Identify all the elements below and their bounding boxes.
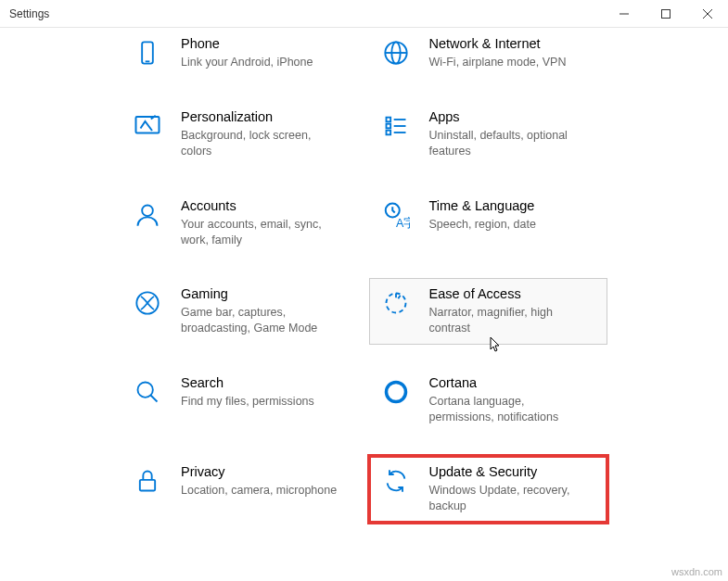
tile-personalization[interactable]: Personalization Background, lock screen,…: [121, 101, 360, 168]
settings-grid: Phone Link your Android, iPhone Network …: [121, 28, 607, 523]
tile-apps[interactable]: Apps Uninstall, defaults, optional featu…: [369, 101, 608, 168]
watermark: wsxdn.com: [671, 566, 722, 577]
cortana-icon: [379, 375, 413, 409]
svg-rect-12: [386, 131, 390, 135]
tile-title: Accounts: [181, 198, 343, 213]
tile-subtitle: Wi-Fi, airplane mode, VPN: [429, 55, 567, 70]
search-icon: [131, 375, 164, 409]
tile-update-security[interactable]: Update & Security Windows Update, recove…: [369, 456, 608, 523]
tile-subtitle: Windows Update, recovery, backup: [429, 483, 592, 514]
tile-title: Privacy: [181, 464, 337, 479]
svg-text:A字: A字: [396, 215, 410, 229]
tile-subtitle: Speech, region, date: [429, 217, 536, 233]
close-button[interactable]: [686, 0, 728, 28]
tile-title: Search: [181, 375, 314, 390]
tile-subtitle: Game bar, captures, broadcasting, Game M…: [181, 305, 343, 336]
tile-privacy[interactable]: Privacy Location, camera, microphone: [121, 456, 360, 523]
tile-phone[interactable]: Phone Link your Android, iPhone: [121, 28, 360, 79]
time-language-icon: A字: [379, 198, 413, 232]
mouse-cursor-icon: [489, 336, 502, 357]
tile-subtitle: Uninstall, defaults, optional features: [429, 128, 592, 159]
tile-subtitle: Find my files, permissions: [181, 394, 314, 410]
tile-title: Phone: [181, 36, 313, 51]
xbox-icon: [131, 286, 164, 320]
tile-subtitle: Link your Android, iPhone: [181, 55, 313, 70]
tile-subtitle: Background, lock screen, colors: [181, 128, 343, 159]
tile-title: Apps: [429, 109, 592, 124]
settings-content: Phone Link your Android, iPhone Network …: [0, 28, 728, 541]
tile-title: Gaming: [181, 286, 343, 301]
minimize-button[interactable]: [603, 0, 645, 28]
list-icon: [379, 109, 413, 143]
svg-point-16: [142, 205, 153, 216]
tile-subtitle: Narrator, magnifier, high contrast: [429, 305, 592, 336]
tile-time-language[interactable]: A字 Time & Language Speech, region, date: [369, 190, 608, 257]
svg-rect-10: [386, 118, 390, 122]
title-bar: Settings: [0, 0, 728, 28]
lock-icon: [131, 464, 164, 498]
svg-point-23: [386, 383, 405, 402]
tile-subtitle: Cortana language, permissions, notificat…: [429, 394, 592, 425]
svg-rect-24: [140, 480, 155, 491]
globe-icon: [379, 36, 413, 69]
tile-network[interactable]: Network & Internet Wi-Fi, airplane mode,…: [369, 28, 608, 79]
svg-line-22: [151, 396, 158, 402]
phone-icon: [131, 36, 164, 69]
tile-title: Network & Internet: [429, 36, 567, 51]
paint-icon: [131, 109, 164, 143]
window-title: Settings: [9, 7, 49, 20]
tile-cortana[interactable]: Cortana Cortana language, permissions, n…: [369, 367, 608, 434]
svg-rect-11: [386, 124, 390, 129]
sync-icon: [379, 464, 413, 498]
svg-point-21: [138, 383, 153, 398]
tile-title: Update & Security: [429, 464, 592, 479]
tile-title: Cortana: [429, 375, 592, 390]
tile-title: Personalization: [181, 109, 343, 124]
tile-subtitle: Your accounts, email, sync, work, family: [181, 217, 343, 248]
maximize-button[interactable]: [645, 0, 686, 28]
window-controls: [603, 0, 728, 28]
tile-search[interactable]: Search Find my files, permissions: [121, 367, 360, 434]
svg-rect-1: [661, 9, 670, 18]
svg-rect-4: [142, 42, 153, 63]
tile-accounts[interactable]: Accounts Your accounts, email, sync, wor…: [121, 190, 360, 257]
tile-title: Time & Language: [429, 198, 536, 213]
tile-subtitle: Location, camera, microphone: [181, 483, 337, 499]
ease-of-access-icon: [379, 286, 413, 320]
person-icon: [131, 198, 164, 232]
tile-gaming[interactable]: Gaming Game bar, captures, broadcasting,…: [121, 278, 360, 345]
tile-title: Ease of Access: [429, 286, 592, 301]
tile-ease-of-access[interactable]: Ease of Access Narrator, magnifier, high…: [369, 278, 608, 345]
